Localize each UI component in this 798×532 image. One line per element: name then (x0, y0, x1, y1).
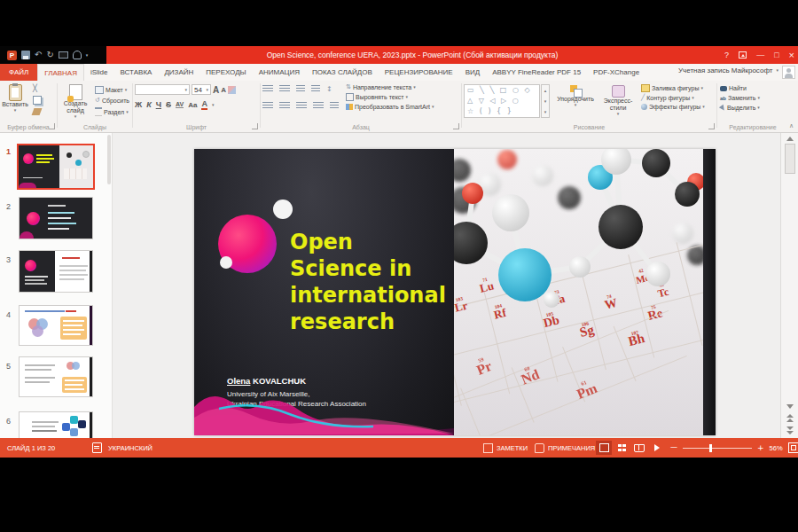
normal-view-button[interactable] (596, 441, 612, 455)
convert-smartart-button[interactable]: Преобразовать в SmartArt ▾ (346, 104, 434, 110)
grow-font-button[interactable]: A (213, 85, 219, 95)
next-slide-icon[interactable] (786, 426, 794, 430)
quick-styles-button[interactable]: Экспресс-стили ▾ (598, 85, 638, 116)
scroll-up-icon[interactable] (786, 137, 794, 141)
previous-slide-icon2[interactable] (786, 419, 794, 422)
account-menu[interactable]: Учетная запись Майкрософт ▾ (678, 66, 778, 74)
start-slideshow-icon[interactable] (59, 51, 68, 59)
slide-title[interactable]: Open Science in international research (290, 229, 446, 335)
tab-slideshow[interactable]: ПОКАЗ СЛАЙДОВ (306, 64, 379, 81)
copy-icon[interactable] (33, 96, 42, 105)
bold-button[interactable]: Ж (135, 100, 142, 109)
columns-icon[interactable] (330, 102, 339, 110)
scrollbar-thumb[interactable] (785, 144, 795, 174)
shape-effects-button[interactable]: Эффекты фигуры ▾ (641, 104, 705, 110)
qat-customize-dropdown[interactable]: ▾ (86, 53, 89, 58)
font-size-combobox[interactable]: 54 ▾ (192, 84, 211, 95)
font-name-combobox[interactable]: ▾ (135, 84, 190, 95)
shapes-gallery[interactable]: ▭ ╲ ╲ □ ○ ◇ △ ▽ ◁ ▷ ○ ☆ ( ) { } (464, 84, 540, 118)
slide-thumbnail-1[interactable] (17, 144, 95, 190)
zoom-slider[interactable] (683, 448, 752, 449)
tab-design[interactable]: ДИЗАЙН (158, 64, 200, 81)
redo-icon[interactable]: ↻ (46, 51, 53, 59)
tab-islide[interactable]: iSlide (84, 64, 114, 81)
slide-thumbnail-2[interactable] (19, 197, 93, 239)
layout-button[interactable]: Макет ▾ (95, 86, 129, 94)
paragraph-dialog-launcher[interactable] (453, 123, 459, 129)
help-icon[interactable]: ? (724, 51, 729, 59)
slide-thumbnail-6[interactable] (19, 411, 93, 438)
decrease-indent-icon[interactable] (296, 85, 305, 93)
slide-sorter-view-button[interactable] (614, 441, 630, 455)
tab-transitions[interactable]: ПЕРЕХОДЫ (200, 64, 252, 81)
scroll-up-icon[interactable]: ▴ (544, 89, 547, 93)
avatar[interactable] (782, 66, 795, 79)
reading-view-button[interactable] (631, 441, 647, 455)
scroll-down-icon[interactable]: ▾ (544, 99, 547, 104)
italic-button[interactable]: К (146, 100, 152, 109)
shape-outline-button[interactable]: ╱ Контур фигуры ▾ (641, 95, 705, 101)
bullets-icon[interactable] (262, 85, 273, 93)
undo-icon[interactable]: ↶ (35, 51, 42, 59)
previous-slide-icon[interactable] (786, 414, 794, 418)
shape-fill-button[interactable]: Заливка фигуры ▾ (641, 84, 705, 92)
align-text-button[interactable]: Выровнять текст ▾ (346, 93, 434, 101)
format-painter-icon[interactable] (32, 108, 43, 115)
zoom-level[interactable]: 56% (770, 444, 783, 452)
vertical-scrollbar[interactable] (780, 133, 798, 438)
section-button[interactable]: Раздел ▾ (95, 107, 129, 116)
font-dialog-launcher[interactable] (252, 123, 258, 129)
paste-button[interactable]: Вставить ▾ (3, 84, 27, 113)
reset-button[interactable]: ↺ Сбросить (95, 98, 129, 104)
clipboard-dialog-launcher[interactable] (49, 123, 55, 129)
fit-slide-to-window-icon[interactable] (788, 442, 798, 453)
new-slide-button[interactable]: Создать слайд ▾ (59, 84, 91, 119)
tab-review[interactable]: РЕЦЕНЗИРОВАНИЕ (379, 64, 459, 81)
strikethrough-button[interactable]: S (166, 100, 171, 109)
arrange-button[interactable]: Упорядочить ▾ (554, 85, 597, 107)
tab-abbyy[interactable]: ABBYY FineReader PDF 15 (486, 64, 587, 81)
close-icon[interactable]: × (789, 50, 794, 60)
next-slide-icon2[interactable] (786, 431, 794, 434)
slide-thumbnail-4[interactable] (19, 305, 93, 346)
slide-thumbnail-5[interactable] (19, 356, 93, 397)
collapse-ribbon-icon[interactable]: ∧ (789, 123, 794, 129)
justify-icon[interactable] (313, 102, 324, 110)
slide-canvas[interactable]: Open Science in international research O… (194, 149, 716, 435)
replace-button[interactable]: ab Заменить ▾ (720, 95, 760, 101)
shrink-font-button[interactable]: A (221, 86, 226, 94)
underline-button[interactable]: Ч (156, 100, 161, 109)
shapes-gallery-scroll[interactable]: ▴ ▾ ▾ (541, 84, 550, 118)
language-status[interactable]: УКРАИНСКИЙ (108, 438, 153, 458)
zoom-out-icon[interactable]: — (670, 444, 677, 451)
change-case-button[interactable]: Aa (188, 101, 197, 109)
notes-toggle[interactable]: ЗАМЕТКИ (483, 438, 528, 458)
font-color-button[interactable]: A (201, 99, 207, 110)
tab-home[interactable]: ГЛАВНАЯ (37, 64, 84, 81)
tab-file[interactable]: ФАЙЛ (0, 64, 37, 81)
comments-toggle[interactable]: ПРИМЕЧАНИЯ (535, 438, 595, 458)
powerpoint-logo-icon[interactable]: P (7, 51, 17, 60)
zoom-in-icon[interactable]: + (757, 444, 764, 452)
thumbnail-scrollbar[interactable] (107, 135, 111, 184)
align-left-icon[interactable] (262, 102, 273, 110)
numbering-icon[interactable] (279, 85, 290, 93)
find-button[interactable]: Найти (720, 85, 760, 91)
text-direction-button[interactable]: ⇅ Направление текста ▾ (346, 84, 434, 90)
select-button[interactable]: Выделить ▾ (720, 105, 760, 111)
increase-indent-icon[interactable] (311, 85, 320, 93)
clear-formatting-icon[interactable] (228, 86, 236, 94)
ribbon-display-options-icon[interactable] (739, 51, 747, 59)
tab-insert[interactable]: ВСТАВКА (114, 64, 159, 81)
minimize-icon[interactable]: — (756, 51, 764, 59)
restore-icon[interactable]: □ (774, 51, 778, 59)
tab-view[interactable]: ВИД (459, 64, 487, 81)
tab-pdf-xchange[interactable]: PDF-XChange (587, 64, 645, 81)
align-center-icon[interactable] (279, 102, 290, 110)
spellcheck-status[interactable] (92, 438, 102, 458)
slideshow-view-button[interactable] (649, 441, 665, 455)
cut-icon[interactable]: ╳ (33, 85, 42, 92)
slide-thumbnail-3[interactable] (19, 250, 93, 293)
drawing-dialog-launcher[interactable] (708, 123, 715, 129)
line-spacing-icon[interactable]: ↕ (326, 86, 332, 93)
